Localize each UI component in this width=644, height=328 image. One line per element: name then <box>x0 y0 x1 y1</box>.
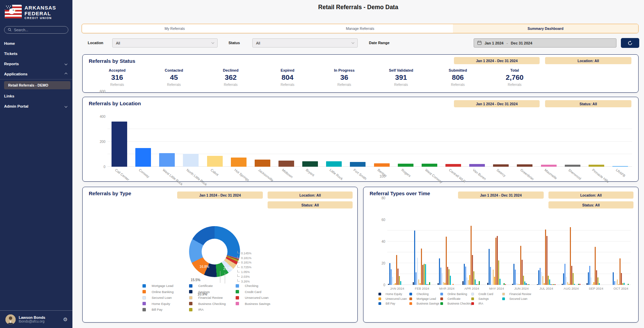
legend-item-business-checking[interactable]: Business Checking <box>189 301 236 307</box>
legend-item-ira[interactable]: IRA <box>471 301 502 306</box>
legend-item-savings[interactable]: Savings <box>189 289 236 295</box>
legend-item-credit-card[interactable]: Credit Card <box>236 289 282 295</box>
gear-icon[interactable]: ⚙ <box>63 316 68 323</box>
location-bar-slot: LRAFB <box>608 121 632 167</box>
x-axis-label: Cantrell WLR <box>448 168 467 183</box>
legend-item-certificate[interactable]: Certificate <box>440 296 471 301</box>
legend-label: Bill Pay <box>386 302 395 305</box>
x-axis-label: Cabot <box>210 168 219 177</box>
legend-item-financial-review[interactable]: Financial Review <box>502 292 533 296</box>
stat-label: Declined <box>202 68 259 72</box>
legend-label: Financial Review <box>198 296 223 299</box>
bar-unsecured-loan <box>494 277 495 285</box>
location-bar-chart: 0200400600Call CenterConwayWest Little R… <box>107 121 632 167</box>
bar-ira <box>555 284 556 285</box>
leader-elbow-icon <box>237 251 240 253</box>
legend-item-business-savings[interactable]: Business Savings <box>409 301 440 306</box>
legend-item-financial-review[interactable]: Financial Review <box>189 295 236 301</box>
legend-item-savings[interactable]: Savings <box>471 296 502 301</box>
date-dash: - <box>507 41 508 45</box>
tab-my-referrals[interactable]: My Referrals <box>82 24 267 33</box>
donut-hole <box>202 239 227 265</box>
legend-item-checking[interactable]: Checking <box>236 283 282 289</box>
sidebar-item-tickets[interactable]: Tickets <box>0 49 72 59</box>
legend-item-checking[interactable]: Checking <box>409 292 440 296</box>
legend-item-mortgage-lead[interactable]: Mortgage Lead <box>409 296 440 301</box>
sidebar-item-home[interactable]: Home <box>0 38 72 49</box>
bar-checking <box>513 264 514 285</box>
bar-certificate <box>422 265 423 285</box>
sidebar-item-links[interactable]: Links <box>0 91 72 101</box>
legend-item-ira[interactable]: IRA <box>189 307 236 313</box>
sidebar-search[interactable] <box>4 26 68 34</box>
stat-value: 804 <box>259 73 316 81</box>
bar-rogers <box>398 164 413 167</box>
leader-elbow-icon <box>237 274 240 277</box>
x-axis-label: JUL 2024 <box>539 287 553 290</box>
month-group-aug-2024: AUG 2024 <box>561 225 581 285</box>
bar-savings <box>523 276 524 285</box>
location-bar-slot: Cabot <box>203 121 227 167</box>
bar-online-banking <box>416 272 417 285</box>
status-stat: Self Validated391Referrals <box>373 68 429 87</box>
status-filter-badge: Status: All <box>548 201 633 208</box>
status-dropdown-value: All <box>256 41 260 45</box>
bar-unsecured-loan <box>444 283 445 285</box>
legend-item-unsecured-loan[interactable]: Unsecured Loan <box>236 295 282 301</box>
legend-item-unsecured-loan[interactable]: Unsecured Loan <box>378 296 409 301</box>
legend-item-mortgage-lead[interactable]: Mortgage Lead <box>142 283 189 289</box>
referral-types-over-time-panel: Referral Types over Time Jan 1 2024 - De… <box>363 187 639 323</box>
bar-unsecured-loan <box>618 284 619 285</box>
user-profile: Lawson Bonds lbonds@afcu.org ⚙ <box>0 310 72 328</box>
legend-item-credit-card[interactable]: Credit Card <box>471 292 502 296</box>
refresh-button[interactable] <box>621 38 639 48</box>
legend-item-secured-loan[interactable]: Secured Loan <box>502 296 533 301</box>
legend-item-online-banking[interactable]: Online Banking <box>142 289 189 295</box>
search-input[interactable] <box>14 28 62 32</box>
bar-credit-card <box>392 277 393 285</box>
legend-item-business-checking[interactable]: Business Checking <box>440 301 471 306</box>
bar-credit-card <box>442 273 443 285</box>
bar-mortgage-lead <box>570 227 571 285</box>
x-axis-label: Van Buren <box>472 168 487 181</box>
status-dropdown[interactable]: All <box>252 38 358 48</box>
legend-item-home-equity[interactable]: Home Equity <box>378 292 409 296</box>
callout-text: 0.725% <box>241 266 252 269</box>
month-group-oct-2024: OCT 2024 <box>611 225 631 285</box>
legend-item-certificate[interactable]: Certificate <box>189 283 236 289</box>
sidebar-item-retail-referrals-demo[interactable]: Retail Referrals - DEMO <box>4 81 70 89</box>
date-range-input[interactable]: Jan 1 2024 - Dec 31 2024 <box>474 38 616 48</box>
bar-mortgage-lead <box>620 258 621 285</box>
bar-savings <box>424 264 425 285</box>
sidebar-item-reports[interactable]: Reports <box>0 59 72 69</box>
location-bar-slot: Jacksonville <box>251 121 274 167</box>
legend-item-business-savings[interactable]: Business Savings <box>236 301 282 307</box>
month-group-mar-2024: MAR 2024 <box>437 225 457 285</box>
legend-label: Home Equity <box>386 292 402 296</box>
bar-business-savings <box>428 284 429 285</box>
sidebar-item-applications[interactable]: Applications <box>0 69 72 79</box>
bar-benton <box>374 163 390 167</box>
bar-home-equity <box>512 284 513 285</box>
legend-label: Credit Card <box>478 292 493 296</box>
donut-callout-label: 0.181% <box>237 260 252 265</box>
bar-credit-card <box>467 277 468 285</box>
stat-value: 2,760 <box>486 73 543 81</box>
legend-item-home-equity[interactable]: Home Equity <box>142 301 189 307</box>
bar-sherwood <box>565 165 580 167</box>
legend-item-secured-loan[interactable]: Secured Loan <box>142 295 189 301</box>
location-dropdown[interactable]: All <box>112 38 218 48</box>
sidebar-item-admin-portal[interactable]: Admin Portal <box>0 101 72 111</box>
bar-certificate <box>497 236 498 285</box>
legend-item-bill-pay[interactable]: Bill Pay <box>378 301 409 306</box>
legend-item-bill-pay[interactable]: Bill Pay <box>142 307 189 313</box>
location-bar-slot: Sherwood <box>561 121 584 167</box>
callout-text: 0.181% <box>241 256 252 260</box>
refresh-icon <box>628 41 632 45</box>
legend-item-online-banking[interactable]: Online Banking <box>440 292 471 296</box>
bar-mortgage-lead <box>471 226 472 285</box>
legend-label: Credit Card <box>245 290 261 294</box>
bar-business-checking <box>528 284 529 285</box>
tab-manage-referrals[interactable]: Manage Referrals <box>267 24 453 33</box>
tab-summary-dashboard[interactable]: Summary Dashboard <box>453 24 638 33</box>
